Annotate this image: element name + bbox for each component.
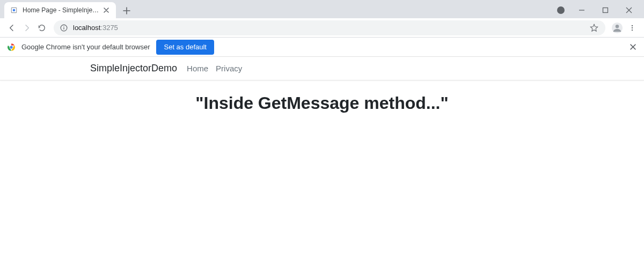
- minimize-button[interactable]: [570, 2, 594, 18]
- close-window-button[interactable]: [617, 2, 641, 18]
- page-content: "Inside GetMessage method...": [0, 80, 644, 113]
- tab-title: Home Page - SimpleInjectorDemo: [23, 6, 102, 14]
- svg-rect-6: [63, 26, 64, 26]
- bookmark-star-icon[interactable]: [589, 24, 599, 32]
- svg-rect-3: [603, 8, 608, 13]
- svg-rect-5: [63, 27, 64, 29]
- brand-link[interactable]: SimpleInjectorDemo: [90, 63, 177, 74]
- svg-point-10: [632, 27, 633, 28]
- svg-point-11: [632, 29, 633, 30]
- nav-link-privacy[interactable]: Privacy: [216, 64, 242, 73]
- site-info-icon[interactable]: [60, 24, 68, 32]
- set-default-button[interactable]: Set as default: [156, 40, 214, 55]
- page-message: "Inside GetMessage method...": [0, 93, 644, 113]
- url-text: localhost:3275: [73, 24, 589, 32]
- back-button[interactable]: [4, 20, 19, 35]
- browser-chrome: Home Page - SimpleInjectorDemo: [0, 0, 644, 38]
- svg-point-9: [632, 25, 633, 26]
- url-host: localhost: [73, 24, 100, 32]
- svg-point-14: [10, 46, 12, 48]
- new-tab-button[interactable]: [119, 3, 134, 18]
- nav-link-home[interactable]: Home: [187, 64, 208, 73]
- close-tab-icon[interactable]: [102, 6, 111, 14]
- kebab-menu-icon[interactable]: [625, 20, 640, 35]
- browser-tab[interactable]: Home Page - SimpleInjectorDemo: [4, 2, 116, 18]
- infobar-close-icon[interactable]: [628, 42, 638, 52]
- svg-point-2: [13, 9, 16, 12]
- svg-point-8: [616, 25, 619, 28]
- status-dot-icon: [557, 6, 565, 14]
- url-port: :3275: [100, 24, 118, 32]
- default-browser-infobar: Google Chrome isn't your default browser…: [0, 38, 644, 57]
- reload-button[interactable]: [34, 20, 49, 35]
- page-navbar: SimpleInjectorDemo Home Privacy: [0, 57, 644, 80]
- chrome-logo-icon: [6, 42, 16, 52]
- toolbar: localhost:3275: [0, 18, 644, 38]
- window-controls: [557, 2, 644, 18]
- infobar-text: Google Chrome isn't your default browser: [21, 43, 150, 51]
- tab-bar: Home Page - SimpleInjectorDemo: [0, 0, 644, 18]
- favicon-icon: [10, 6, 18, 14]
- address-bar[interactable]: localhost:3275: [54, 20, 605, 35]
- maximize-button[interactable]: [594, 2, 617, 18]
- forward-button[interactable]: [19, 20, 34, 35]
- profile-button[interactable]: [610, 20, 625, 35]
